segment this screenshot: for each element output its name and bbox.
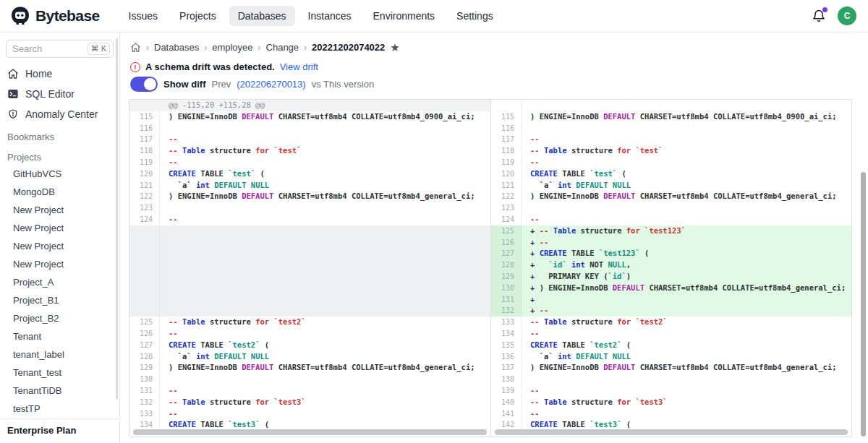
nav-right: C xyxy=(812,7,868,25)
code-line: + xyxy=(522,294,535,306)
sidebar-item-label: SQL Editor xyxy=(25,88,75,100)
code-line: ) ENGINE=InnoDB DEFAULT CHARSET=utf8mb4 … xyxy=(160,111,475,123)
home-breadcrumb-icon[interactable] xyxy=(130,42,141,53)
code-line xyxy=(160,237,169,249)
toggle-knob xyxy=(144,78,156,90)
line-number: 118 xyxy=(491,145,522,157)
sidebar-project-item[interactable]: GitHubVCS xyxy=(0,165,119,183)
line-number: 128 xyxy=(491,259,522,271)
code-line: -- Table structure for `test` xyxy=(160,145,301,157)
diff-row: 119-- xyxy=(491,157,851,168)
sidebar-item-anomaly-center[interactable]: Anomaly Center xyxy=(0,104,119,124)
code-line: + CREATE TABLE `test123` ( xyxy=(522,248,649,259)
line-number: 122 xyxy=(491,191,522,202)
line-number: 123 xyxy=(129,202,160,214)
diff-row: @@ -115,20 +115,28 @@ xyxy=(129,100,490,111)
code-line xyxy=(522,100,530,111)
diff-row: 122) ENGINE=InnoDB DEFAULT CHARSET=utf8m… xyxy=(129,191,490,202)
sidebar-item-home[interactable]: Home xyxy=(0,64,119,84)
notification-bell-icon[interactable] xyxy=(812,9,826,23)
horizontal-scrollbar[interactable] xyxy=(495,429,848,435)
diff-row: 124-- xyxy=(129,214,490,225)
sidebar-item-sql-editor[interactable]: SQL Editor xyxy=(0,84,119,104)
diff-row: 122) ENGINE=InnoDB DEFAULT CHARSET=utf8m… xyxy=(491,191,851,202)
line-number: 132 xyxy=(129,397,160,408)
user-avatar[interactable]: C xyxy=(838,7,856,25)
nav-instances[interactable]: Instances xyxy=(299,6,360,26)
line-number: 134 xyxy=(491,328,522,340)
diff-toggle-row: Show diff Prev (202206270013) vs This ve… xyxy=(130,77,374,92)
breadcrumb-databases[interactable]: Databases xyxy=(154,42,199,53)
sidebar-project-item[interactable]: Project_A xyxy=(0,273,119,291)
code-line: + ) ENGINE=InnoDB DEFAULT CHARSET=utf8mb… xyxy=(522,283,846,294)
star-icon[interactable]: ★ xyxy=(390,42,399,53)
nav-projects[interactable]: Projects xyxy=(171,6,225,26)
prev-label: Prev xyxy=(212,79,231,90)
diff-row: 118-- Table structure for `test` xyxy=(491,145,851,157)
nav-databases[interactable]: Databases xyxy=(229,6,295,26)
line-number: 131 xyxy=(129,385,160,397)
sidebar-project-item[interactable]: Project_B2 xyxy=(0,309,119,327)
sidebar-scrollbar[interactable] xyxy=(116,38,118,400)
sidebar-project-item[interactable]: New Project xyxy=(0,219,119,237)
diff-row: 126-- xyxy=(129,328,490,340)
diff-pane-current: 115) ENGINE=InnoDB DEFAULT CHARSET=utf8m… xyxy=(490,100,851,436)
diff-row: 120CREATE TABLE `test` ( xyxy=(129,168,490,180)
line-number: 115 xyxy=(129,111,160,123)
breadcrumb-separator: › xyxy=(304,43,307,53)
code-line xyxy=(160,259,169,271)
code-line: ) ENGINE=InnoDB DEFAULT CHARSET=utf8mb4 … xyxy=(160,191,475,202)
code-line: ) ENGINE=InnoDB DEFAULT CHARSET=utf8mb4 … xyxy=(522,362,837,374)
show-diff-toggle[interactable] xyxy=(130,77,158,92)
bytebase-logo[interactable]: Bytebase xyxy=(0,6,100,26)
diff-row: 125+ -- Table structure for `test123` xyxy=(491,225,851,237)
breadcrumb-change[interactable]: Change xyxy=(266,42,299,53)
sidebar-project-item[interactable]: MongoDB xyxy=(0,183,119,201)
code-line: ) ENGINE=InnoDB DEFAULT CHARSET=utf8mb4 … xyxy=(522,111,837,123)
line-number: 117 xyxy=(129,134,160,145)
sidebar-project-item[interactable]: New Project xyxy=(0,255,119,273)
code-line xyxy=(160,123,169,134)
search-input[interactable]: Search ⌘ K xyxy=(6,40,114,58)
view-drift-link[interactable]: View drift xyxy=(280,61,318,72)
sidebar-section-bookmarks: Bookmarks xyxy=(0,124,119,145)
sidebar-project-item[interactable]: Project_B1 xyxy=(0,291,119,309)
diff-row xyxy=(129,271,490,283)
sidebar-project-item[interactable]: TenantTiDB xyxy=(0,382,119,400)
breadcrumb-employee[interactable]: employee xyxy=(212,42,252,53)
sidebar-project-item[interactable]: testTP xyxy=(0,400,119,418)
diff-row: 140-- Table structure for `test3` xyxy=(491,397,851,408)
diff-row: 136 `a` int DEFAULT NULL xyxy=(491,351,851,363)
diff-row: 121 `a` int DEFAULT NULL xyxy=(491,180,851,192)
code-line: -- xyxy=(522,385,540,397)
nav-settings[interactable]: Settings xyxy=(448,6,502,26)
line-number: 116 xyxy=(129,123,160,134)
diff-row: 115) ENGINE=InnoDB DEFAULT CHARSET=utf8m… xyxy=(129,111,490,123)
page-vertical-scrollbar[interactable] xyxy=(861,172,866,436)
code-line xyxy=(160,271,169,283)
top-navbar: Bytebase Issues Projects Databases Insta… xyxy=(0,0,868,33)
diff-row: 115) ENGINE=InnoDB DEFAULT CHARSET=utf8m… xyxy=(491,111,851,123)
diff-row: 127+ CREATE TABLE `test123` ( xyxy=(491,248,851,259)
code-line xyxy=(160,374,169,385)
nav-environments[interactable]: Environments xyxy=(365,6,444,26)
line-number: 129 xyxy=(129,362,160,374)
sidebar-project-item[interactable]: New Project xyxy=(0,237,119,255)
prev-version-link[interactable]: (202206270013) xyxy=(237,79,305,90)
code-line: CREATE TABLE `test` ( xyxy=(522,168,626,180)
sidebar-item-label: Anomaly Center xyxy=(25,108,98,120)
sidebar-project-item[interactable]: New Project xyxy=(0,201,119,219)
line-number xyxy=(129,259,160,271)
sidebar-project-item[interactable]: Tenant xyxy=(0,327,119,345)
schema-drift-alert: ! A schema drift was detected. View drif… xyxy=(130,61,318,72)
code-line: -- xyxy=(522,328,540,340)
line-number: 130 xyxy=(491,283,522,294)
sidebar-project-item[interactable]: tenant_label xyxy=(0,345,119,364)
code-line xyxy=(160,225,169,237)
nav-issues[interactable]: Issues xyxy=(120,6,166,26)
diff-row: 129+ PRIMARY KEY (`id`) xyxy=(491,271,851,283)
horizontal-scrollbar[interactable] xyxy=(133,429,487,435)
breadcrumb-separator: › xyxy=(146,43,149,53)
line-number: 119 xyxy=(129,157,160,168)
sidebar-project-item[interactable]: Tenant_test xyxy=(0,364,119,382)
